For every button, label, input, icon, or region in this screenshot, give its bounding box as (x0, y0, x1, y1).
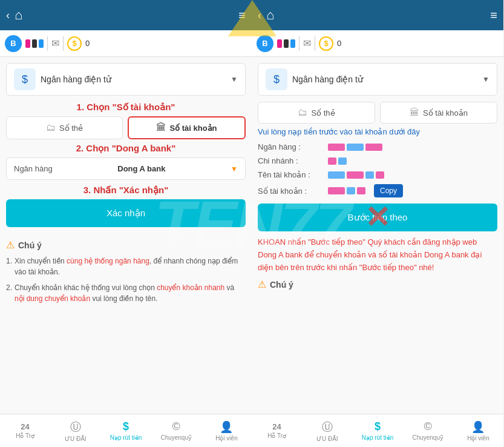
left-nav-nap-rut-icon: $ (123, 420, 129, 433)
left-step2: 2. Chọn "Dong A bank" (6, 143, 246, 154)
right-signal-pink (277, 39, 282, 48)
right-signal-blue (290, 39, 295, 48)
right-tab-so-tai-khoan-label: Số tài khoản (423, 108, 468, 118)
right-nav-hoi-vien-label: Hội viên (467, 435, 489, 442)
left-signal-pink (25, 39, 30, 48)
left-nav-ho-tro[interactable]: 24 Hỗ Trợ (0, 414, 50, 447)
right-next-btn[interactable]: Bước tiếp theo (258, 204, 497, 231)
right-header-left: ‹ ⌂ (258, 7, 274, 23)
right-zero: 0 (337, 39, 341, 48)
right-divider1 (299, 36, 299, 51)
right-coin-icon[interactable]: $ (319, 36, 333, 51)
left-nav-hoi-vien[interactable]: 👤 Hội viên (201, 414, 252, 447)
right-nav-hoi-vien[interactable]: 👤 Hội viên (453, 414, 503, 447)
main-container: TEN77 ‹ ⌂ ≡ B ✉ $ 0 (0, 0, 504, 447)
left-step3: 3. Nhấn "Xác nhận" (6, 185, 246, 196)
right-nav-uu-dai-icon: Ⓤ (322, 420, 333, 434)
left-nav-chuyen-quy-icon: © (172, 420, 180, 433)
right-status-icons (277, 39, 295, 48)
left-nav-uu-dai-icon: Ⓤ (70, 420, 81, 434)
right-tab-so-the[interactable]: 🗂 Số thẻ (258, 102, 375, 124)
copy-button[interactable]: Copy (374, 184, 403, 197)
right-bank-dropdown-arrow: ▼ (482, 75, 489, 84)
right-warning-big: KHOAN nhấn "Bước tiếp theo" Quý khách cầ… (258, 236, 497, 274)
left-nav-nap-rut[interactable]: $ Nạp rút tiền (100, 414, 151, 447)
right-avatar: B (257, 35, 273, 52)
left-home-icon[interactable]: ⌂ (15, 7, 22, 23)
right-chi-nhanh-label: Chi nhánh : (258, 156, 324, 165)
left-nav-ho-tro-icon: 24 (21, 422, 29, 431)
left-tab-row: 🗂 Số thẻ 🏛 Số tài khoản (6, 116, 246, 139)
right-ngan-hang-value (328, 144, 382, 151)
right-home-icon[interactable]: ⌂ (266, 7, 274, 23)
right-nav-ho-tro-icon: 24 (272, 422, 281, 431)
right-nav-ho-tro[interactable]: 24 Hỗ Trợ (252, 414, 302, 447)
left-signal-dark (32, 39, 37, 48)
right-nav-uu-dai[interactable]: Ⓤ ƯU ĐÃI (302, 414, 352, 447)
right-so-tk-label: Số tài khoản : (258, 187, 324, 196)
left-status-icons (25, 39, 44, 48)
left-status-row: B ✉ $ 0 (0, 30, 252, 57)
left-bank-dropdown-value: Dong A bank (117, 164, 165, 173)
right-ngan-hang-row: Ngân hàng : (258, 142, 497, 151)
right-back-icon[interactable]: ‹ (258, 9, 261, 22)
right-nav-chuyen-quy[interactable]: © Chuyenquỹ (403, 414, 453, 447)
right-mail-icon[interactable]: ✉ (303, 38, 311, 49)
left-back-icon[interactable]: ‹ (6, 9, 10, 22)
right-menu-icon[interactable]: ≡ (490, 8, 497, 22)
right-next-btn-wrapper: Bước tiếp theo ✕ (258, 204, 497, 231)
blur-long1 (328, 171, 345, 179)
left-panel: ‹ ⌂ ≡ B ✉ $ 0 $ Ngân hàng điện tử (0, 0, 252, 447)
right-panel: ‹ ⌂ ≡ B ✉ $ 0 $ Ngân hàng điện tử (252, 0, 503, 447)
left-menu-icon[interactable]: ≡ (238, 8, 246, 22)
left-nav-chuyen-quy[interactable]: © Chuyenquỹ (151, 414, 201, 447)
left-content: $ Ngân hàng điện tử ▼ 1. Chọn "Số tài kh… (0, 57, 252, 414)
left-avatar: B (5, 35, 22, 52)
right-nav-nap-rut-icon: $ (375, 420, 381, 433)
left-nav-ho-tro-label: Hỗ Trợ (16, 432, 34, 439)
left-bottom-nav: 24 Hỗ Trợ Ⓤ ƯU ĐÃI $ Nạp rút tiền © Chuy… (0, 414, 252, 447)
right-nav-uu-dai-label: ƯU ĐÃI (316, 435, 338, 442)
left-bank-dropdown[interactable]: Ngân hàng Dong A bank ▼ (6, 157, 246, 180)
left-warning-header: ⚠ Chú ý (6, 239, 246, 251)
right-warning-label: Chú ý (270, 280, 293, 290)
blur-long3 (365, 171, 374, 179)
left-nav-hoi-vien-icon: 👤 (220, 420, 233, 434)
left-bank-selector[interactable]: $ Ngân hàng điện tử ▼ (6, 63, 246, 96)
left-warning-item1: Xin chuyển tiền cùng hệ thống ngân hàng,… (6, 256, 246, 277)
left-tab-so-the-label: Số thẻ (59, 124, 83, 133)
right-ten-tk-row: Tên tài khoản : (258, 170, 497, 179)
left-warning-label: Chú ý (18, 240, 42, 250)
right-bank-icon: $ (266, 68, 287, 90)
left-nav-uu-dai[interactable]: Ⓤ ƯU ĐÃI (50, 414, 100, 447)
right-ten-tk-label: Tên tài khoản : (258, 170, 324, 179)
blur-long2 (347, 171, 364, 179)
right-nav-nap-rut[interactable]: $ Nạp rút tiền (352, 414, 402, 447)
right-header: ‹ ⌂ ≡ (252, 0, 503, 30)
right-small-warning-header: ⚠ Chú ý (258, 279, 497, 290)
right-so-tk-value (328, 187, 365, 194)
right-tab-so-the-icon: 🗂 (298, 107, 307, 118)
left-tab-so-tai-khoan[interactable]: 🏛 Số tài khoản (128, 116, 246, 139)
left-bank-dropdown-arrow: ▼ (231, 75, 238, 84)
left-header-left: ‹ ⌂ (6, 7, 22, 23)
left-mail-icon[interactable]: ✉ (51, 38, 59, 49)
left-tab-so-tai-khoan-icon: 🏛 (156, 122, 166, 133)
right-tab-row: 🗂 Số thẻ 🏛 Số tài khoản (258, 102, 497, 124)
right-warning-icon: ⚠ (258, 279, 266, 290)
right-content: $ Ngân hàng điện tử ▼ 🗂 Số thẻ 🏛 Số tài … (252, 57, 503, 414)
right-tab-so-the-label: Số thẻ (311, 108, 335, 118)
right-ten-tk-value (328, 171, 384, 179)
right-tab-so-tai-khoan[interactable]: 🏛 Số tài khoản (380, 102, 497, 124)
left-step1: 1. Chọn "Số tài khoản" (6, 102, 246, 113)
right-bank-selector[interactable]: $ Ngân hàng điện tử ▼ (258, 63, 497, 96)
left-signal-blue (39, 39, 44, 48)
left-bank-dropdown-gold-arrow: ▼ (231, 165, 238, 173)
blur-stk3 (357, 187, 365, 194)
left-tab-so-the[interactable]: 🗂 Số thẻ (6, 116, 123, 139)
left-confirm-button[interactable]: Xác nhận (6, 199, 246, 227)
right-nav-chuyen-quy-label: Chuyenquỹ (412, 434, 443, 441)
left-bank-dropdown-label: Ngân hàng (14, 164, 53, 173)
left-nav-hoi-vien-label: Hội viên (215, 435, 238, 442)
left-coin-icon[interactable]: $ (67, 36, 82, 51)
